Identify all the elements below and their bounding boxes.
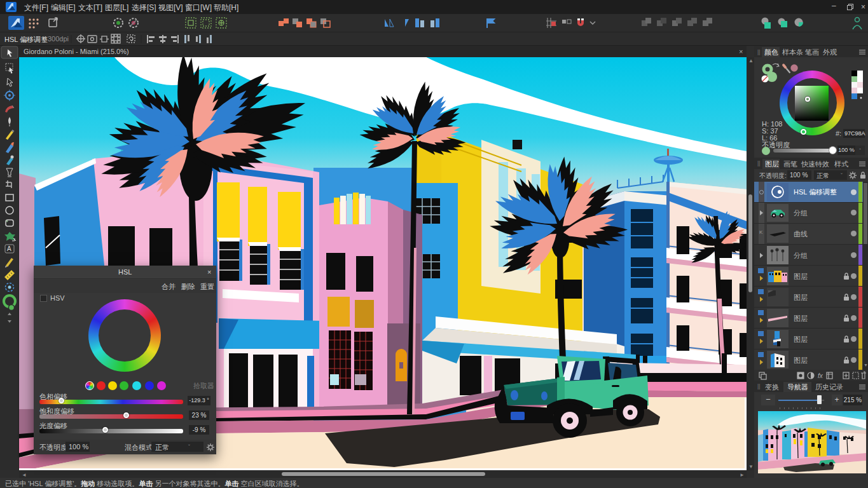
svg-text:A: A — [7, 245, 11, 252]
svg-text:fx: fx — [818, 372, 823, 379]
svg-text:97C98A: 97C98A — [844, 130, 865, 137]
svg-text:#:: #: — [836, 130, 841, 137]
